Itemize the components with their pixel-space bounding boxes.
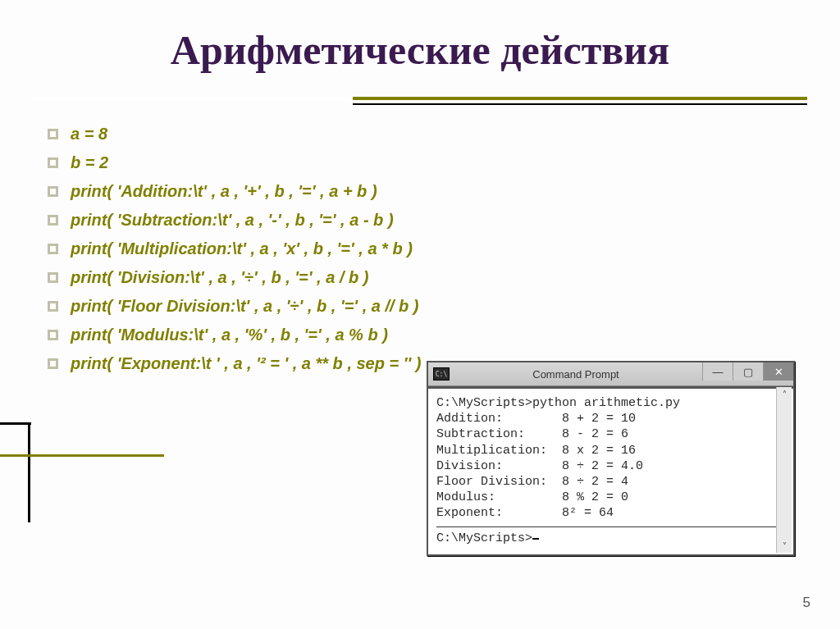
code-line: print( 'Division:\t' , a , '÷' , b , '='…: [41, 267, 799, 289]
code-line: print( 'Multiplication:\t' , a , 'x' , b…: [41, 238, 799, 260]
terminal-line: Floor Division: 8 ÷ 2 = 4: [436, 475, 628, 489]
slide-title: Арифметические действия: [0, 26, 840, 74]
scroll-down-icon[interactable]: ˅: [777, 540, 792, 553]
terminal-line: Exponent: 8² = 64: [436, 506, 614, 520]
code-line: print( 'Floor Division:\t' , a , '÷' , b…: [41, 295, 799, 317]
code-line: a = 8: [41, 123, 799, 145]
window-buttons: — ▢ ✕: [702, 362, 793, 385]
maximize-button[interactable]: ▢: [733, 362, 763, 381]
terminal-separator: [436, 526, 785, 527]
terminal-line: C:\MyScripts>python arithmetic.py: [436, 396, 680, 410]
command-prompt-window: C:\ Command Prompt — ▢ ✕ C:\MyScripts>py…: [427, 361, 795, 556]
terminal-line: Modulus: 8 % 2 = 0: [436, 490, 628, 504]
terminal-prompt-line: C:\MyScripts>: [436, 531, 785, 546]
terminal-prompt: C:\MyScripts>: [436, 531, 532, 545]
terminal-icon: C:\: [433, 367, 450, 381]
decor-line: [0, 422, 31, 425]
title-underline-thin: [353, 103, 807, 105]
code-line: print( 'Modulus:\t' , a , '%' , b , '=' …: [41, 324, 799, 346]
cursor-icon: [532, 538, 539, 540]
slide: Арифметические действия a = 8 b = 2 prin…: [0, 0, 840, 629]
window-titlebar[interactable]: C:\ Command Prompt — ▢ ✕: [428, 362, 793, 386]
terminal-icon-text: C:\: [436, 371, 447, 378]
code-list: a = 8 b = 2 print( 'Addition:\t' , a , '…: [41, 123, 799, 375]
terminal-line: Multiplication: 8 x 2 = 16: [436, 444, 636, 458]
decor-line: [0, 454, 164, 457]
terminal-output: C:\MyScripts>python arithmetic.py Additi…: [436, 395, 785, 522]
content-area: a = 8 b = 2 print( 'Addition:\t' , a , '…: [41, 123, 799, 381]
minimize-button[interactable]: —: [702, 362, 733, 381]
terminal-line: Division: 8 ÷ 2 = 4.0: [436, 459, 643, 473]
terminal-line: Subtraction: 8 - 2 = 6: [436, 427, 628, 441]
page-number: 5: [803, 595, 810, 611]
terminal-line: Addition: 8 + 2 = 10: [436, 412, 636, 426]
scrollbar[interactable]: ˄ ˅: [776, 387, 792, 553]
code-line: print( 'Addition:\t' , a , '+' , b , '='…: [41, 180, 799, 203]
title-underline: [33, 97, 807, 100]
window-title: Command Prompt: [450, 368, 702, 381]
terminal-body[interactable]: C:\MyScripts>python arithmetic.py Additi…: [428, 386, 793, 554]
decor-line: [28, 424, 30, 522]
code-line: print( 'Subtraction:\t' , a , '-' , b , …: [41, 209, 799, 231]
close-button[interactable]: ✕: [763, 362, 793, 381]
code-line: b = 2: [41, 152, 799, 174]
scroll-up-icon[interactable]: ˄: [777, 387, 792, 400]
